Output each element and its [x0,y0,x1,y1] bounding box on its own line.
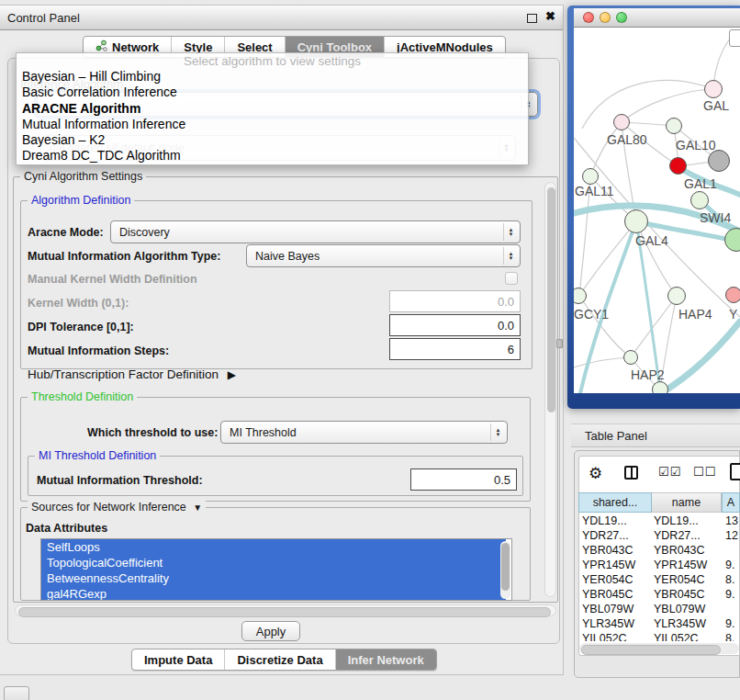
table-cell[interactable]: YBR045C [582,588,648,603]
control-panel-titlebar[interactable]: Control Panel ✖ [0,6,563,30]
columns-icon[interactable] [624,466,638,480]
aracne-mode-combobox[interactable]: Discovery ▲▼ [110,220,521,243]
list-item-betweennesscentrality[interactable]: BetweennessCentrality [41,570,506,586]
deselect-all-columns-icon[interactable]: ☐☐ [693,465,716,479]
column-header-shared-name[interactable]: shared... [578,492,652,513]
table-cell[interactable]: 13 [725,514,740,529]
table-cell[interactable]: YBL079W [654,603,718,617]
traffic-minimize-icon[interactable] [600,12,611,23]
dpi-tolerance-input[interactable]: 0.0 [389,314,521,336]
column-header-name[interactable]: name [652,492,722,513]
traffic-close-icon[interactable] [583,12,594,23]
list-item-gal4rgexp[interactable]: gal4RGexp [41,586,506,601]
table-panel-titlebar[interactable]: Table Panel [571,423,740,447]
node-bottom[interactable] [652,381,668,393]
threshold-definition-title: Threshold Definition [28,390,137,403]
table-cell[interactable]: YIL052C [654,632,718,641]
table-cell[interactable]: 12 [725,529,740,544]
table-cell[interactable]: YDL19... [654,514,718,529]
attributes-list-scrollbar-thumb[interactable] [501,543,510,591]
popup-item-basic-correlation[interactable]: Basic Correlation Inference [17,85,528,100]
settings-vertical-scrollbar-thumb[interactable] [547,187,555,412]
node-gal4[interactable] [624,209,648,233]
hub-definition-disclosure[interactable]: Hub/Transcription Factor Definition ▶ [28,367,236,381]
node-gal11[interactable] [582,168,599,185]
list-item-topologicalcoefficient[interactable]: TopologicalCoefficient [41,555,506,570]
table-cell[interactable]: YDL19... [582,514,648,529]
popup-item-mutual-information[interactable]: Mutual Information Inference [17,117,528,132]
table-cell[interactable]: 9. [725,588,740,603]
traffic-zoom-icon[interactable] [616,12,627,23]
float-window-icon[interactable] [527,14,537,23]
popup-item-bayesian-hill-climbing[interactable]: Bayesian – Hill Climbing [17,69,528,85]
apply-button[interactable]: Apply [241,621,300,641]
kernel-width-label: Kernel Width (0,1): [28,297,129,310]
sources-group-title[interactable]: Sources for Network Inference ▼ [28,501,206,514]
settings-horizontal-scrollbar-thumb[interactable] [18,607,551,617]
settings-horizontal-scrollbar[interactable] [15,604,556,616]
node-label: GAL10 [676,138,716,152]
table-cell[interactable]: 8. [725,573,740,588]
node-gray[interactable] [708,150,730,172]
node-gal-top[interactable] [704,80,723,98]
popup-item-aracne[interactable]: ARACNE Algorithm [17,101,528,117]
node-gal10[interactable] [666,118,682,134]
settings-vertical-scrollbar[interactable] [544,182,556,597]
column-header-clipped[interactable]: A [722,492,740,513]
mi-threshold-input[interactable]: 0.5 [410,469,517,491]
splitpane-divider-handle[interactable] [556,339,563,348]
gear-icon[interactable]: ⚙ [589,464,602,483]
table-cell[interactable]: YDR27... [582,529,648,544]
table-cell[interactable]: YBR043C [582,544,648,559]
table-cell[interactable]: YPR145W [582,559,648,573]
table-cell[interactable]: 9. [725,559,740,573]
dpi-tolerance-label: DPI Tolerance [0,1]: [28,321,134,333]
mi-steps-input[interactable]: 6 [389,338,521,360]
aracne-mode-value: Discovery [119,226,170,239]
table-cell[interactable]: 8. [725,632,740,641]
cyni-bottom-tabs: Impute Data Discretize Data Infer Networ… [131,649,437,671]
table-cell[interactable]: YDR27... [654,529,718,544]
tab-impute-data[interactable]: Impute Data [132,649,224,670]
node-salmon[interactable] [725,287,740,303]
tab-discretize-data[interactable]: Discretize Data [224,649,334,670]
node-label: HAP2 [631,367,665,382]
table-horizontal-scrollbar[interactable] [579,643,739,654]
mi-algorithm-type-label: Mutual Information Algorithm Type: [28,250,220,263]
node-swi4[interactable] [690,191,709,209]
table-cell[interactable]: YBR045C [654,588,718,603]
table-cell[interactable]: YLR345W [654,617,718,632]
list-item-selfloops[interactable]: SelfLoops [41,539,506,555]
node-gal1-selected[interactable] [669,157,687,175]
manual-kernel-width-checkbox[interactable] [505,272,518,285]
disclosure-right-icon: ▶ [228,368,236,381]
node-gal80[interactable] [613,114,630,130]
table-cell[interactable]: YIL052C [582,632,648,641]
mi-algorithm-type-combobox[interactable]: Naive Bayes ▲▼ [246,244,521,267]
popup-item-bayesian-k2[interactable]: Bayesian – K2 [17,132,528,148]
table-cell[interactable]: YPR145W [654,559,718,573]
birdseye-box[interactable] [729,29,740,47]
table-cell[interactable]: YER054C [582,573,648,588]
close-icon[interactable]: ✖ [545,9,555,23]
table-cell[interactable]: 9. [725,617,740,632]
table-cell[interactable] [725,544,740,559]
network-view-titlebar[interactable] [574,8,740,28]
clipped-bottom-left-button[interactable] [4,686,29,700]
table-cell[interactable]: YER054C [654,573,718,588]
node-hap4[interactable] [667,287,686,305]
network-canvas[interactable]: GAL GAL80 GAL10 GAL1 GAL11 SWI4 GAL4 GCY… [574,28,740,393]
kernel-width-input[interactable]: 0.0 [389,290,521,312]
attributes-list-scrollbar[interactable] [500,541,510,599]
document-icon[interactable] [730,463,740,480]
node-hap2[interactable] [623,350,638,365]
table-cell[interactable]: YLR345W [582,617,648,632]
popup-item-dream8[interactable]: Dream8 DC_TDC Algorithm [17,148,528,164]
table-horizontal-scrollbar-thumb[interactable] [581,645,721,655]
table-cell[interactable] [725,603,740,617]
which-threshold-combobox[interactable]: MI Threshold ▲▼ [220,421,508,444]
table-cell[interactable]: YBR043C [654,544,718,559]
select-all-columns-icon[interactable]: ☑☑ [658,465,681,479]
tab-infer-network[interactable]: Infer Network [335,649,436,670]
table-cell[interactable]: YBL079W [582,603,648,617]
